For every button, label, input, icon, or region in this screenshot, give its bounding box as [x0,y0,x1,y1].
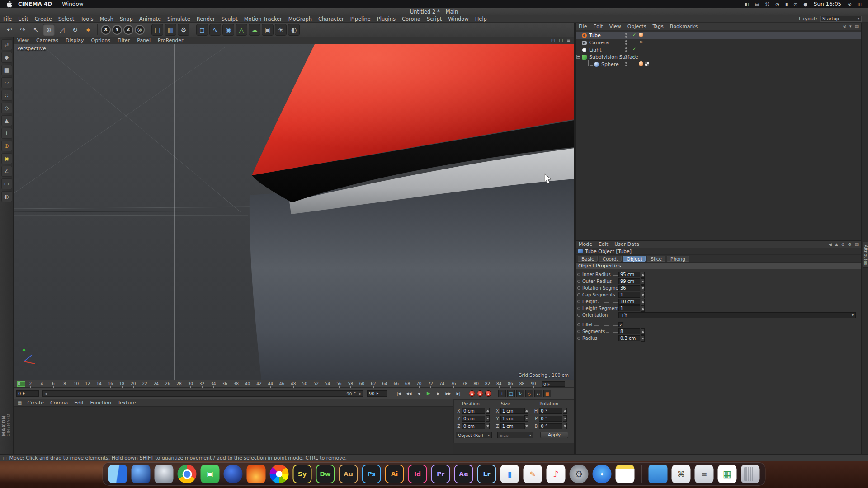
visibility-dots[interactable] [625,40,627,45]
mirroring-status-icon[interactable]: ▤ [755,2,759,7]
texture-mode-icon[interactable]: ▦ [1,65,12,75]
dock-folder-downloads[interactable] [649,465,668,483]
dock-notes-app[interactable] [616,465,635,483]
app-menu-plugins[interactable]: Plugins [374,16,399,22]
next-key-button[interactable]: ▶▶ [444,390,453,397]
apple-menu-icon[interactable] [6,1,12,8]
wifi-status-icon[interactable]: ◔ [775,2,779,7]
render-picture-viewer-icon[interactable]: ▥ [165,24,176,36]
coords-mode-select[interactable]: Object (Rel)▾ [456,432,492,438]
record-pla-toggle-button[interactable]: ∷ [534,390,542,397]
record-parameter-toggle-button[interactable]: ◇ [525,390,533,397]
stepper-icon[interactable] [641,305,645,312]
scale-tool-icon[interactable]: ◿ [56,24,68,36]
keyframe-circle-icon[interactable] [577,307,580,310]
om-search-icon[interactable]: ⊙ [843,24,846,28]
axis-mode-icon[interactable]: ⊕ [1,141,12,151]
add-generator-icon[interactable]: ◉ [222,24,234,36]
dock-app-dw[interactable]: Dw [316,465,335,483]
prev-frame-button[interactable]: ◀ [414,390,423,397]
undo-icon[interactable]: ↶ [4,24,15,36]
app-menu-help[interactable]: Help [472,16,490,22]
texture-tag-icon[interactable] [645,61,649,66]
apply-button[interactable]: Apply [540,432,568,438]
object-row-sphere[interactable]: Sphere [576,61,861,68]
play-button[interactable]: ▶ [424,390,433,397]
object-row-camera[interactable]: Camera⊕ [576,39,861,46]
app-menu-animate[interactable]: Animate [136,16,164,22]
viewport-menu-cameras[interactable]: Cameras [33,38,62,43]
fillet-checkbox[interactable]: ✓ [618,322,623,327]
timeline-ruler[interactable]: 0246810121416182022242628303234363840424… [14,380,574,388]
tab-basic[interactable]: Basic [578,256,598,262]
object-manager-menu-file[interactable]: File [576,23,590,29]
prev-key-button[interactable]: ◀◀ [404,390,413,397]
tab-phong[interactable]: Phong [667,256,689,262]
current-frame-field[interactable]: 0 F [542,381,565,387]
app-menu-mograph[interactable]: MoGraph [285,16,315,22]
app-menu-snap[interactable]: Snap [117,16,136,22]
record-scale-toggle-button[interactable]: ◱ [507,390,515,397]
edges-mode-icon[interactable]: ◇ [1,103,12,113]
app-menu-simulate[interactable]: Simulate [164,16,193,22]
time-machine-status-icon[interactable]: ◷ [793,2,797,7]
stepper-icon[interactable] [524,415,528,422]
tab-slice[interactable]: Slice [647,256,665,262]
battery-status-icon[interactable]: ▮ [785,2,788,7]
om-filter-icon[interactable]: ▾ [849,24,852,28]
object-properties-header[interactable]: Object Properties [576,263,861,269]
object-manager-menu-objects[interactable]: Objects [624,23,650,29]
stepper-icon[interactable] [641,292,645,298]
keyframe-circle-icon[interactable] [577,293,580,296]
object-row-light[interactable]: Light✓ [576,46,861,53]
dock-documents-stack[interactable] [695,465,714,483]
stepper-icon[interactable] [563,415,567,422]
size-field[interactable]: 1 cm [500,423,524,429]
attr-layout-icon[interactable]: ▤ [854,242,859,247]
attributes-menu-user-data[interactable]: User Data [611,241,642,247]
layout-select[interactable]: Startup▾ [820,16,862,22]
keyboard-status-icon[interactable]: ⌘ [765,2,769,7]
dock-launchpad[interactable] [155,465,174,483]
editor-visibility-dot[interactable] [625,33,627,35]
coordinate-system-icon[interactable]: ◎ [135,25,145,35]
object-manager-menu-bookmarks[interactable]: Bookmarks [667,23,701,29]
last-tool-icon[interactable]: ∗ [82,24,94,36]
goto-start-button[interactable]: |◀ [394,390,403,397]
app-menu-select[interactable]: Select [55,16,77,22]
dock-music[interactable] [547,465,566,483]
goto-end-button[interactable]: ▶| [454,390,462,397]
editor-visibility-dot[interactable] [625,55,627,56]
add-spline-icon[interactable]: ∿ [209,24,221,36]
stepper-icon[interactable] [641,335,645,342]
add-environment-icon[interactable]: ☁ [249,24,260,36]
enabled-check-icon[interactable]: ✓ [632,54,636,59]
start-frame-field[interactable]: 0 F [16,390,39,397]
keyframe-circle-icon[interactable] [577,300,580,303]
app-menu-script[interactable]: Script [424,16,445,22]
workplane-snap-icon[interactable]: ▭ [1,178,12,189]
object-row-tube[interactable]: Tube✓ [576,32,861,39]
rotation-field[interactable]: 0 ° [539,416,562,422]
editor-visibility-dot[interactable] [625,62,627,64]
value-field[interactable]: 0.3 cm [618,335,640,341]
app-menu-file[interactable]: File [0,16,15,22]
lock-z-axis-icon[interactable]: Z [123,25,133,35]
solo-mode-icon[interactable]: ◐ [1,191,12,202]
dock-app-ae[interactable]: Ae [454,465,473,483]
lock-x-axis-icon[interactable]: X [101,25,111,35]
visibility-dots[interactable] [625,33,627,38]
viewport-menu-options[interactable]: Options [88,38,114,43]
stepper-icon[interactable] [486,423,490,429]
keyframe-circle-icon[interactable] [577,286,580,290]
app-menu-mesh[interactable]: Mesh [97,16,117,22]
rotate-tool-icon[interactable]: ↻ [69,24,81,36]
rotation-field[interactable]: 0 ° [539,408,562,414]
object-manager-menu-view[interactable]: View [606,23,624,29]
object-manager-menu-tags[interactable]: Tags [649,23,666,29]
lock-y-axis-icon[interactable]: Y [112,25,122,35]
dock-app-sy[interactable]: Sy [293,465,312,483]
stepper-icon[interactable] [641,328,645,335]
expander-icon[interactable]: − [576,55,580,59]
dock-spreadsheet-app[interactable] [718,465,737,483]
